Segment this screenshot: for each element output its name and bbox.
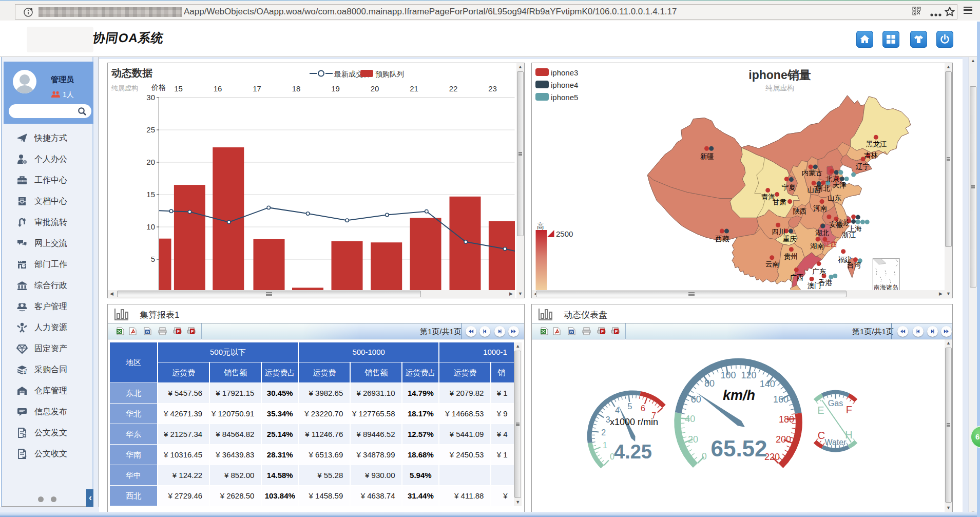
svg-text:云南: 云南: [765, 260, 779, 268]
svg-text:1: 1: [24, 370, 26, 375]
svg-text:5: 5: [627, 402, 632, 411]
svg-text:内蒙古: 内蒙古: [802, 169, 823, 177]
svg-text:P: P: [191, 329, 194, 334]
svg-text:160: 160: [773, 394, 789, 405]
svg-text:40: 40: [685, 414, 695, 424]
svg-text:江西: 江西: [823, 240, 837, 248]
svg-text:天津: 天津: [833, 181, 847, 189]
svg-text:F: F: [177, 329, 180, 334]
svg-text:km/h: km/h: [723, 388, 755, 403]
svg-text:新疆: 新疆: [700, 152, 714, 160]
svg-text:15: 15: [146, 190, 155, 199]
svg-text:65.52: 65.52: [710, 436, 767, 461]
svg-text:17: 17: [253, 84, 261, 93]
svg-text:180: 180: [779, 414, 794, 425]
svg-text:山东: 山东: [828, 194, 842, 202]
svg-text:广东: 广东: [812, 267, 827, 275]
svg-text:E: E: [817, 405, 824, 416]
svg-text:陕西: 陕西: [793, 207, 807, 215]
svg-text:6: 6: [641, 404, 645, 413]
svg-text:2500: 2500: [556, 229, 573, 238]
svg-text:25: 25: [146, 125, 155, 134]
svg-text:4: 4: [615, 406, 620, 415]
svg-text:澳门: 澳门: [807, 282, 821, 290]
svg-text:5: 5: [151, 255, 155, 263]
svg-text:200: 200: [776, 434, 791, 445]
svg-text:23: 23: [488, 84, 497, 93]
svg-text:120: 120: [741, 370, 756, 380]
svg-text:Gas: Gas: [828, 399, 843, 408]
svg-text:重庆: 重庆: [783, 235, 797, 243]
svg-text:15: 15: [174, 84, 183, 93]
svg-text:20: 20: [371, 84, 379, 93]
svg-text:F: F: [846, 404, 852, 415]
svg-text:20: 20: [688, 434, 698, 445]
svg-text:x1000 r/min: x1000 r/min: [610, 417, 658, 427]
svg-text:河北: 河北: [816, 184, 830, 192]
svg-text:吉林: 吉林: [864, 151, 878, 159]
svg-text:10: 10: [146, 222, 155, 231]
svg-text:20: 20: [146, 158, 155, 166]
svg-text:贵州: 贵州: [784, 253, 798, 260]
svg-text:80: 80: [704, 378, 715, 389]
svg-text:河南: 河南: [813, 204, 827, 212]
svg-text:湖北: 湖北: [815, 229, 829, 237]
svg-text:广西: 广西: [790, 274, 804, 281]
svg-text:21: 21: [410, 84, 418, 93]
svg-text:16: 16: [214, 84, 222, 93]
svg-text:60: 60: [691, 394, 701, 405]
svg-text:1: 1: [603, 441, 607, 450]
svg-text:C: C: [818, 430, 825, 441]
svg-text:黑龙江: 黑龙江: [866, 140, 887, 148]
svg-text:宁夏: 宁夏: [782, 183, 796, 191]
svg-text:0: 0: [702, 451, 707, 462]
svg-text:Water: Water: [824, 438, 847, 447]
svg-text:甘肃: 甘肃: [773, 198, 786, 206]
svg-text:F: F: [601, 329, 604, 334]
svg-text:四川: 四川: [772, 228, 785, 236]
svg-text:P: P: [615, 329, 618, 334]
svg-text:湖南: 湖南: [810, 242, 824, 250]
svg-text:辽宁: 辽宁: [856, 163, 870, 170]
svg-text:140: 140: [760, 379, 775, 389]
svg-text:18: 18: [292, 84, 301, 93]
svg-text:2: 2: [601, 428, 606, 437]
svg-text:30: 30: [146, 93, 155, 102]
svg-text:西藏: 西藏: [716, 235, 729, 243]
svg-text:100: 100: [720, 370, 736, 380]
svg-text:22: 22: [449, 84, 458, 93]
svg-text:19: 19: [331, 84, 340, 93]
svg-text:浙江: 浙江: [841, 231, 856, 239]
svg-text:台湾: 台湾: [847, 261, 861, 269]
svg-text:南海诸岛: 南海诸岛: [874, 284, 898, 290]
svg-text:4.25: 4.25: [614, 441, 652, 463]
svg-text:高: 高: [537, 222, 544, 230]
